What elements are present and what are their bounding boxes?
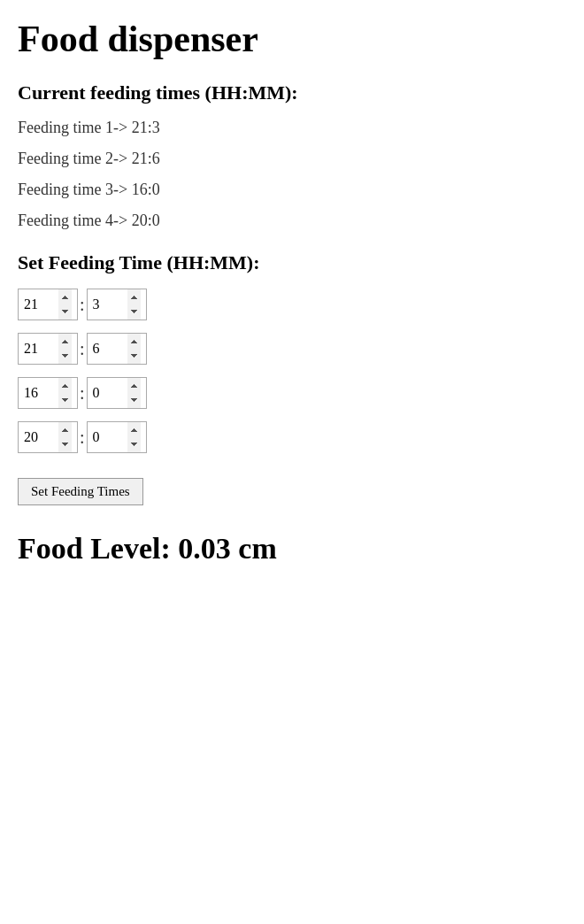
feeding-time-3-label: Feeding time 3-> 16:0 bbox=[18, 181, 566, 199]
time-separator-1: : bbox=[80, 295, 85, 315]
minute-input-2[interactable] bbox=[87, 333, 147, 365]
time-separator-4: : bbox=[80, 427, 85, 448]
time-row-1: : bbox=[18, 289, 566, 320]
minute-input-3[interactable] bbox=[87, 377, 147, 409]
hour-input-3[interactable] bbox=[18, 377, 78, 409]
food-level-heading: Food Level: 0.03 cm bbox=[18, 532, 566, 566]
set-feeding-section: Set Feeding Time (HH:MM): : : : : Set Fe… bbox=[18, 251, 566, 505]
feeding-time-4-label: Feeding time 4-> 20:0 bbox=[18, 212, 566, 230]
page-title: Food dispenser bbox=[18, 18, 566, 60]
current-section-heading: Current feeding times (HH:MM): bbox=[18, 81, 566, 104]
current-feeding-section: Current feeding times (HH:MM): Feeding t… bbox=[18, 81, 566, 230]
time-separator-2: : bbox=[80, 339, 85, 359]
hour-input-1[interactable] bbox=[18, 289, 78, 320]
minute-input-4[interactable] bbox=[87, 421, 147, 453]
time-row-3: : bbox=[18, 377, 566, 409]
hour-input-4[interactable] bbox=[18, 421, 78, 453]
hour-input-2[interactable] bbox=[18, 333, 78, 365]
set-feeding-times-button[interactable]: Set Feeding Times bbox=[18, 478, 143, 505]
time-row-4: : bbox=[18, 421, 566, 453]
feeding-time-1-label: Feeding time 1-> 21:3 bbox=[18, 119, 566, 137]
minute-input-1[interactable] bbox=[87, 289, 147, 320]
feeding-time-2-label: Feeding time 2-> 21:6 bbox=[18, 150, 566, 168]
time-row-2: : bbox=[18, 333, 566, 365]
set-section-heading: Set Feeding Time (HH:MM): bbox=[18, 251, 566, 274]
time-separator-3: : bbox=[80, 383, 85, 404]
